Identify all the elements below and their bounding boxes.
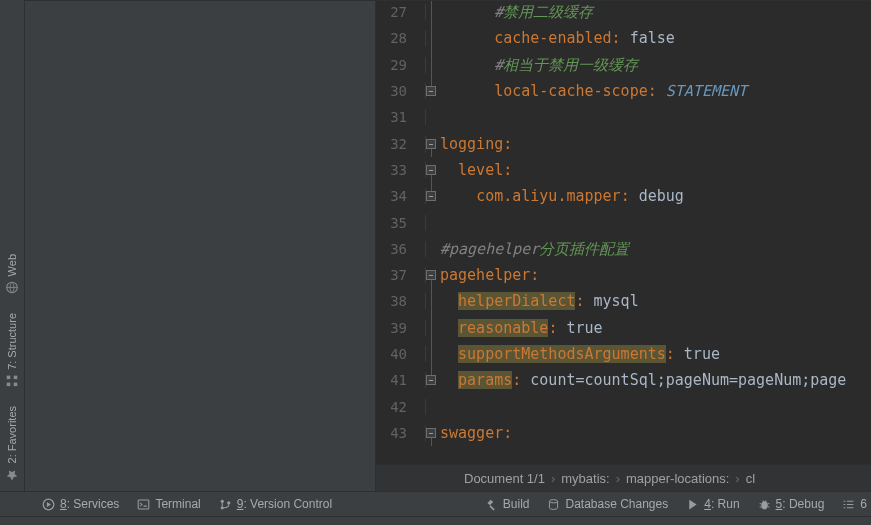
code-text[interactable]: local-cache-scope: STATEMENT xyxy=(440,78,871,104)
gutter-line-number[interactable]: 31 xyxy=(376,109,426,125)
svg-rect-6 xyxy=(139,500,150,509)
gutter-line-number[interactable]: 30 xyxy=(376,83,426,99)
code-line[interactable]: 40 supportMethodsArguments: true xyxy=(376,341,871,367)
fold-gutter[interactable] xyxy=(426,130,440,156)
fold-gutter[interactable] xyxy=(426,183,440,209)
gutter-line-number[interactable]: 42 xyxy=(376,399,426,415)
toolwindow-vcs[interactable]: 9: Version Control xyxy=(211,495,340,513)
code-line[interactable]: 28 cache-enabled: false xyxy=(376,25,871,51)
code-line[interactable]: 34 com.aliyu.mapper: debug xyxy=(376,183,871,209)
code-text[interactable]: supportMethodsArguments: true xyxy=(440,341,871,367)
fold-gutter[interactable] xyxy=(426,52,440,78)
code-text[interactable]: level: xyxy=(440,157,871,183)
code-line[interactable]: 30 local-cache-scope: STATEMENT xyxy=(376,78,871,104)
fold-toggle-icon[interactable] xyxy=(426,270,436,280)
hammer-icon xyxy=(485,498,498,511)
code-line[interactable]: 42 xyxy=(376,393,871,419)
project-sidebar[interactable] xyxy=(25,0,376,491)
bug-icon xyxy=(758,498,771,511)
gutter-line-number[interactable]: 32 xyxy=(376,136,426,152)
breadcrumb-item[interactable]: cl xyxy=(746,471,755,486)
code-text[interactable]: params: count=countSql;pageNum=pageNum;p… xyxy=(440,367,871,393)
fold-gutter[interactable] xyxy=(426,367,440,393)
gutter-line-number[interactable]: 35 xyxy=(376,215,426,231)
fold-gutter[interactable] xyxy=(426,0,440,25)
code-line[interactable]: 33 level: xyxy=(376,157,871,183)
code-text[interactable]: cache-enabled: false xyxy=(440,25,871,51)
toolwindow-favorites[interactable]: 2: Favorites xyxy=(5,400,19,487)
code-line[interactable]: 29 #相当于禁用一级缓存 xyxy=(376,52,871,78)
code-text[interactable]: swagger: xyxy=(440,420,871,446)
fold-gutter[interactable] xyxy=(426,288,440,314)
toolwindow-structure[interactable]: 7: Structure xyxy=(5,307,19,394)
gutter-line-number[interactable]: 28 xyxy=(376,30,426,46)
fold-gutter[interactable] xyxy=(426,78,440,104)
services-icon xyxy=(42,498,55,511)
gutter-line-number[interactable]: 33 xyxy=(376,162,426,178)
code-text[interactable]: #禁用二级缓存 xyxy=(440,0,871,25)
breadcrumb[interactable]: Document 1/1 › mybatis: › mapper-locatio… xyxy=(376,464,871,491)
fold-toggle-icon[interactable] xyxy=(426,165,436,175)
gutter-line-number[interactable]: 41 xyxy=(376,372,426,388)
breadcrumb-item[interactable]: mybatis: xyxy=(561,471,609,486)
code-line[interactable]: 31 xyxy=(376,104,871,130)
fold-gutter[interactable] xyxy=(426,315,440,341)
code-line[interactable]: 36#pagehelper分页插件配置 xyxy=(376,236,871,262)
code-line[interactable]: 38 helperDialect: mysql xyxy=(376,288,871,314)
gutter-line-number[interactable]: 36 xyxy=(376,241,426,257)
gutter-line-number[interactable]: 27 xyxy=(376,4,426,20)
breadcrumb-item[interactable]: mapper-locations: xyxy=(626,471,729,486)
toolwindow-terminal[interactable]: Terminal xyxy=(129,495,208,513)
toolwindow-run[interactable]: 4: Run xyxy=(678,495,747,513)
toolwindow-services[interactable]: 8: Services xyxy=(34,495,127,513)
fold-toggle-icon[interactable] xyxy=(426,139,436,149)
toolwindow-dbchanges[interactable]: Database Changes xyxy=(539,495,676,513)
fold-toggle-icon[interactable] xyxy=(426,191,436,201)
code-text[interactable]: reasonable: true xyxy=(440,315,871,341)
gutter-line-number[interactable]: 39 xyxy=(376,320,426,336)
code-line[interactable]: 43swagger: xyxy=(376,420,871,446)
toolwindow-debug[interactable]: 5: Debug xyxy=(750,495,833,513)
toolwindow-favorites-label: 2: Favorites xyxy=(6,406,18,463)
line-col-indicator[interactable]: 6 xyxy=(834,495,867,513)
gutter-line-number[interactable]: 29 xyxy=(376,57,426,73)
gutter-line-number[interactable]: 37 xyxy=(376,267,426,283)
fold-gutter[interactable] xyxy=(426,104,440,130)
gutter-line-number[interactable]: 38 xyxy=(376,293,426,309)
code-line[interactable]: 37pagehelper: xyxy=(376,262,871,288)
code-text[interactable]: logging: xyxy=(440,131,871,157)
fold-gutter[interactable] xyxy=(426,262,440,288)
play-icon xyxy=(686,498,699,511)
code-line[interactable]: 32logging: xyxy=(376,130,871,156)
code-line[interactable]: 41 params: count=countSql;pageNum=pageNu… xyxy=(376,367,871,393)
toolwindow-build[interactable]: Build xyxy=(477,495,538,513)
fold-gutter[interactable] xyxy=(426,25,440,51)
svg-rect-2 xyxy=(7,382,11,386)
gutter-line-number[interactable]: 43 xyxy=(376,425,426,441)
fold-gutter[interactable] xyxy=(426,341,440,367)
fold-toggle-icon[interactable] xyxy=(426,86,436,96)
code-text[interactable]: #相当于禁用一级缓存 xyxy=(440,52,871,78)
toolwindow-web[interactable]: Web xyxy=(5,248,19,300)
code-line[interactable]: 39 reasonable: true xyxy=(376,315,871,341)
code-text[interactable]: helperDialect: mysql xyxy=(440,288,871,314)
code-text[interactable]: #pagehelper分页插件配置 xyxy=(440,236,871,262)
svg-rect-1 xyxy=(14,382,18,386)
code-line[interactable]: 35 xyxy=(376,209,871,235)
code-text[interactable]: com.aliyu.mapper: debug xyxy=(440,183,871,209)
code-line[interactable]: 27 #禁用二级缓存 xyxy=(376,0,871,25)
code-editor[interactable]: 27 #禁用二级缓存28 cache-enabled: false29 #相当于… xyxy=(376,0,871,464)
fold-toggle-icon[interactable] xyxy=(426,428,436,438)
fold-gutter[interactable] xyxy=(426,209,440,235)
code-text[interactable]: pagehelper: xyxy=(440,262,871,288)
fold-gutter[interactable] xyxy=(426,236,440,262)
breadcrumb-doc: Document 1/1 xyxy=(464,471,545,486)
structure-icon xyxy=(5,374,19,388)
svg-point-11 xyxy=(761,501,768,509)
gutter-line-number[interactable]: 34 xyxy=(376,188,426,204)
fold-toggle-icon[interactable] xyxy=(426,375,436,385)
fold-gutter[interactable] xyxy=(426,393,440,419)
gutter-line-number[interactable]: 40 xyxy=(376,346,426,362)
fold-gutter[interactable] xyxy=(426,157,440,183)
fold-gutter[interactable] xyxy=(426,420,440,446)
